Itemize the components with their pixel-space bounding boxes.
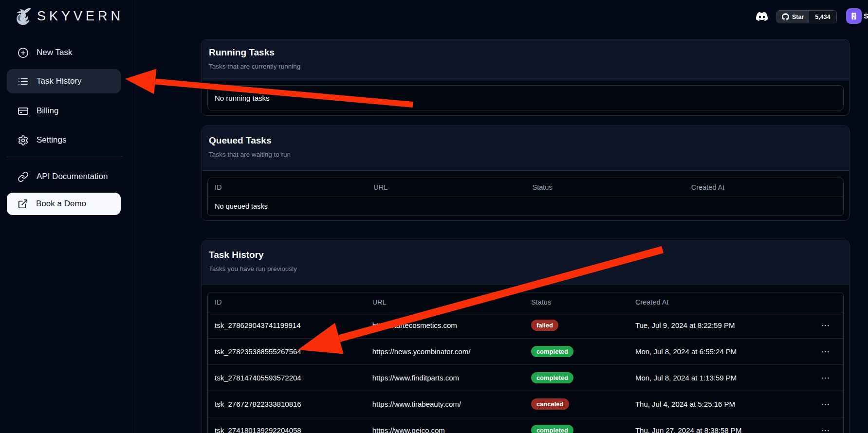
queued-tasks-card: Queued Tasks Tasks that are waiting to r… (202, 126, 850, 221)
github-logo-icon (782, 13, 789, 20)
row-actions-button[interactable]: ⋯ (802, 398, 843, 410)
sidebar-item-label: Billing (37, 106, 58, 116)
discord-button[interactable] (753, 9, 771, 24)
running-tasks-header: Running Tasks Tasks that are currently r… (202, 39, 849, 81)
task-id: tsk_278235388555267564 (208, 347, 366, 356)
task-row[interactable]: tsk_276727822333810816 https://www.tirab… (208, 391, 843, 417)
plus-circle-icon (18, 47, 29, 58)
account-name[interactable]: Sk (864, 12, 868, 20)
column-header-url: URL (367, 183, 525, 191)
gear-icon (18, 135, 29, 146)
sidebar: SKYVERN New Task Task History Billing (0, 0, 136, 433)
sidebar-item-task-history[interactable]: Task History (7, 69, 121, 93)
task-id: tsk_274180139292204058 (208, 426, 366, 433)
card-title: Task History (209, 250, 842, 260)
task-created-at: Mon, Jul 8, 2024 at 1:13:59 PM (628, 374, 803, 382)
status-badge: completed (531, 425, 573, 433)
app-root: SKYVERN New Task Task History Billing (0, 0, 868, 433)
sidebar-item-label: New Task (37, 48, 72, 57)
task-created-at: Thu, Jun 27, 2024 at 8:38:58 PM (628, 426, 803, 433)
external-link-icon (18, 198, 28, 209)
github-star-label: Star (792, 14, 804, 20)
empty-message: No queued tasks (208, 202, 268, 210)
github-star-count[interactable]: 5,434 (809, 11, 836, 23)
book-a-demo-button[interactable]: Book a Demo (7, 193, 121, 215)
card-subtitle: Tasks that are currently running (209, 63, 842, 70)
running-tasks-card: Running Tasks Tasks that are currently r… (202, 39, 850, 116)
task-row[interactable]: tsk_274180139292204058 https://www.geico… (208, 417, 843, 433)
column-header-id: ID (208, 298, 366, 306)
task-created-at: Mon, Jul 8, 2024 at 6:55:24 PM (628, 347, 803, 356)
organization-building-icon (850, 12, 858, 20)
row-actions-button[interactable]: ⋯ (802, 320, 843, 331)
sidebar-item-billing[interactable]: Billing (7, 99, 121, 123)
task-url: https://www.geico.com (366, 426, 524, 433)
discord-icon (755, 11, 769, 22)
github-star-button[interactable]: Star (777, 11, 809, 23)
running-tasks-table: No running tasks (207, 85, 844, 110)
task-row[interactable]: tsk_278235388555267564 https://news.ycom… (208, 339, 843, 365)
task-id: tsk_278147405593572204 (208, 374, 366, 382)
column-header-url: URL (366, 298, 524, 306)
column-header-status: Status (524, 298, 628, 306)
skyvern-dragon-icon (11, 5, 33, 27)
queued-tasks-header: Queued Tasks Tasks that are waiting to r… (202, 126, 849, 171)
card-title: Running Tasks (209, 47, 842, 58)
card-subtitle: Tasks that are waiting to run (209, 151, 842, 158)
empty-state-row: No queued tasks (208, 197, 843, 216)
account-avatar[interactable] (846, 8, 862, 24)
sidebar-item-new-task[interactable]: New Task (7, 40, 121, 65)
row-actions-button[interactable]: ⋯ (802, 372, 843, 383)
list-icon (18, 76, 29, 87)
column-header-created-at: Created At (684, 183, 843, 191)
task-row[interactable]: tsk_278147405593572204 https://www.findi… (208, 365, 843, 391)
task-row[interactable]: tsk_278629043741199914 https://tartecosm… (208, 312, 843, 339)
sidebar-item-api-documentation[interactable]: API Documentation (7, 164, 121, 189)
skyvern-logo[interactable]: SKYVERN (11, 5, 124, 27)
status-badge: canceled (531, 398, 569, 410)
queued-tasks-table: ID URL Status Created At No queued tasks (207, 178, 844, 216)
card-subtitle: Tasks you have run previously (209, 265, 842, 272)
sidebar-item-label: Task History (37, 76, 82, 86)
empty-message: No running tasks (208, 94, 270, 102)
book-a-demo-label: Book a Demo (36, 199, 86, 209)
credit-card-icon (18, 106, 29, 117)
column-header-id: ID (208, 183, 367, 191)
empty-state-row: No running tasks (208, 86, 843, 110)
task-created-at: Tue, Jul 9, 2024 at 8:22:59 PM (628, 321, 803, 329)
task-history-card: Task History Tasks you have run previous… (202, 240, 850, 433)
task-id: tsk_278629043741199914 (208, 321, 366, 329)
column-header-created-at: Created At (628, 298, 803, 306)
task-history-header: Task History Tasks you have run previous… (202, 240, 849, 285)
task-history-table: ID URL Status Created At tsk_27862904374… (207, 292, 844, 433)
status-badge: failed (531, 320, 558, 331)
row-actions-button[interactable]: ⋯ (802, 346, 843, 357)
task-url: https://news.ycombinator.com/ (366, 347, 524, 356)
task-created-at: Thu, Jul 4, 2024 at 5:25:16 PM (628, 400, 803, 408)
brand-name: SKYVERN (37, 9, 124, 24)
table-header-row: ID URL Status Created At (208, 292, 843, 312)
status-badge: completed (531, 346, 573, 357)
sidebar-divider (7, 157, 123, 157)
task-url: https://tartecosmetics.com (366, 321, 524, 329)
task-url: https://www.finditparts.com (366, 374, 524, 382)
sidebar-item-label: API Documentation (37, 172, 108, 181)
sidebar-item-settings[interactable]: Settings (7, 128, 121, 152)
github-star-widget[interactable]: Star 5,434 (776, 10, 837, 23)
status-badge: completed (531, 372, 573, 383)
task-id: tsk_276727822333810816 (208, 400, 366, 408)
task-url: https://www.tirabeauty.com/ (366, 400, 524, 408)
table-header-row: ID URL Status Created At (208, 178, 843, 197)
sidebar-item-label: Settings (37, 135, 66, 145)
card-title: Queued Tasks (209, 135, 842, 146)
link-icon (18, 171, 29, 182)
row-actions-button[interactable]: ⋯ (802, 425, 843, 433)
column-header-status: Status (526, 183, 684, 191)
